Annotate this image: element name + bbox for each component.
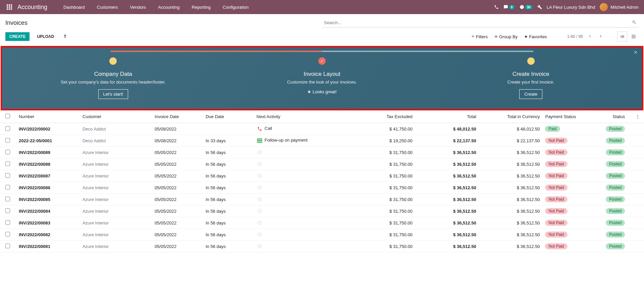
cell-number: INV/2022/00082 bbox=[16, 229, 80, 241]
onboarding-banner: Company Data Set your company's data for… bbox=[2, 47, 642, 109]
row-checkbox[interactable] bbox=[5, 185, 10, 190]
pager-count[interactable]: 1-80 / 95 bbox=[567, 34, 583, 39]
header-invoice-date[interactable]: Invoice Date bbox=[152, 110, 203, 123]
row-checkbox[interactable] bbox=[5, 138, 10, 143]
user-name: Mitchell Admin bbox=[610, 5, 639, 10]
cell-next-activity[interactable] bbox=[254, 205, 352, 217]
lets-start-button[interactable]: Let's start! bbox=[98, 89, 128, 99]
company-selector[interactable]: LA Fleur Luxury Sdn Bhd bbox=[547, 5, 595, 10]
breadcrumb: Invoices bbox=[5, 19, 28, 27]
cell-next-activity[interactable] bbox=[254, 194, 352, 205]
create-invoice-button[interactable]: Create bbox=[519, 89, 542, 99]
cell-due-date: In 56 days bbox=[203, 147, 254, 158]
cell-total: $ 36,512.50 bbox=[415, 194, 479, 205]
header-total-in-currency[interactable]: Total in Currency bbox=[479, 110, 543, 123]
svg-rect-0 bbox=[7, 4, 8, 6]
row-checkbox[interactable] bbox=[5, 220, 10, 225]
chat-icon[interactable]: 8 bbox=[503, 5, 515, 9]
cell-status: Posted bbox=[589, 229, 632, 241]
table-row[interactable]: INV/2022/00085Azure Interior05/05/2022In… bbox=[0, 194, 644, 205]
select-all-checkbox[interactable] bbox=[5, 114, 10, 118]
table-row[interactable]: INV/2022/00082Azure Interior05/05/2022In… bbox=[0, 229, 644, 241]
download-icon[interactable] bbox=[61, 33, 69, 41]
table-row[interactable]: INV/2022/00088Azure Interior05/05/2022In… bbox=[0, 158, 644, 170]
cell-invoice-date: 05/05/2022 bbox=[152, 205, 203, 217]
header-total[interactable]: Total bbox=[415, 110, 479, 123]
table-row[interactable]: INV/2022/00087Azure Interior05/05/2022In… bbox=[0, 170, 644, 182]
search-input[interactable] bbox=[322, 18, 639, 28]
onboarding-step-company-data: Company Data Set your company's data for… bbox=[10, 57, 216, 99]
cell-number: INV/2022/00086 bbox=[16, 182, 80, 194]
cell-total-in-currency: $ 48,012.50 bbox=[479, 123, 543, 135]
user-menu[interactable]: Mitchell Admin bbox=[600, 3, 639, 11]
table-row[interactable]: 2022-22-05/0001Deco Addict05/08/2022In 3… bbox=[0, 135, 644, 147]
row-checkbox[interactable] bbox=[5, 232, 10, 237]
close-icon[interactable] bbox=[633, 50, 638, 56]
phone-icon[interactable] bbox=[494, 5, 499, 9]
looks-great-text[interactable]: ★ Looks great! bbox=[219, 89, 425, 94]
cell-next-activity[interactable] bbox=[254, 170, 352, 182]
row-checkbox[interactable] bbox=[5, 244, 10, 248]
main-menu: DashboardCustomersVendorsAccountingRepor… bbox=[57, 0, 255, 14]
cell-status: Posted bbox=[589, 194, 632, 205]
list-view-icon[interactable] bbox=[617, 32, 627, 42]
cell-due-date: In 56 days bbox=[203, 170, 254, 182]
pager-prev-icon[interactable] bbox=[586, 33, 594, 40]
step-title: Company Data bbox=[10, 71, 216, 78]
header-due-date[interactable]: Due Date bbox=[203, 110, 254, 123]
cell-next-activity[interactable]: Call bbox=[254, 123, 352, 135]
create-button[interactable]: CREATE bbox=[5, 32, 30, 41]
upload-button[interactable]: UPLOAD bbox=[33, 32, 58, 41]
menu-item-configuration[interactable]: Configuration bbox=[217, 0, 255, 14]
cell-total: $ 22,137.50 bbox=[415, 135, 479, 147]
cell-next-activity[interactable] bbox=[254, 182, 352, 194]
app-brand[interactable]: Accounting bbox=[17, 4, 47, 11]
menu-item-dashboard[interactable]: Dashboard bbox=[57, 0, 91, 14]
kanban-view-icon[interactable] bbox=[629, 32, 639, 42]
pager-next-icon[interactable] bbox=[597, 33, 604, 40]
menu-item-customers[interactable]: Customers bbox=[91, 0, 124, 14]
table-row[interactable]: INV/2022/00084Azure Interior05/05/2022In… bbox=[0, 205, 644, 217]
menu-item-vendors[interactable]: Vendors bbox=[124, 0, 152, 14]
cell-total: $ 36,512.50 bbox=[415, 217, 479, 229]
row-checkbox[interactable] bbox=[5, 126, 10, 131]
favorites-menu[interactable]: Favorites bbox=[524, 34, 547, 39]
table-row[interactable]: INV/2022/00089Azure Interior05/05/2022In… bbox=[0, 147, 644, 158]
search-icon[interactable] bbox=[632, 20, 637, 26]
cell-total: $ 36,512.50 bbox=[415, 147, 479, 158]
row-checkbox[interactable] bbox=[5, 208, 10, 213]
header-payment-status[interactable]: Payment Status bbox=[542, 110, 589, 123]
header-tax-excluded[interactable]: Tax Excluded bbox=[352, 110, 415, 123]
row-checkbox[interactable] bbox=[5, 150, 10, 154]
activities-icon[interactable]: 30 bbox=[520, 5, 533, 9]
cell-next-activity[interactable]: Follow-up on payment bbox=[254, 135, 352, 147]
cell-payment-status: Not Paid bbox=[542, 170, 589, 182]
row-checkbox[interactable] bbox=[5, 161, 10, 166]
header-optional-columns[interactable]: ⋮ bbox=[632, 110, 644, 123]
debug-icon[interactable] bbox=[537, 5, 542, 9]
cell-next-activity[interactable] bbox=[254, 229, 352, 241]
cell-next-activity[interactable] bbox=[254, 147, 352, 158]
menu-item-accounting[interactable]: Accounting bbox=[152, 0, 185, 14]
header-customer[interactable]: Customer bbox=[80, 110, 152, 123]
cell-customer: Azure Interior bbox=[80, 205, 152, 217]
row-checkbox[interactable] bbox=[5, 173, 10, 178]
cell-next-activity[interactable] bbox=[254, 241, 352, 252]
table-row[interactable]: INV/2022/00083Azure Interior05/05/2022In… bbox=[0, 217, 644, 229]
header-status[interactable]: Status bbox=[589, 110, 632, 123]
filters-menu[interactable]: Filters bbox=[471, 34, 488, 39]
groupby-menu[interactable]: Group By bbox=[494, 34, 518, 39]
table-row[interactable]: INV/2022/00086Azure Interior05/05/2022In… bbox=[0, 182, 644, 194]
table-row[interactable]: INV/2022/00002Deco Addict05/08/2022Call$… bbox=[0, 123, 644, 135]
row-checkbox[interactable] bbox=[5, 197, 10, 201]
cell-total-in-currency: $ 22,137.50 bbox=[479, 135, 543, 147]
navbar-right: 8 30 LA Fleur Luxury Sdn Bhd Mitchell Ad… bbox=[494, 3, 639, 11]
apps-icon[interactable] bbox=[5, 3, 13, 11]
header-number[interactable]: Number bbox=[16, 110, 80, 123]
table-row[interactable]: INV/2022/00081Azure Interior05/05/2022In… bbox=[0, 241, 644, 252]
cell-next-activity[interactable] bbox=[254, 158, 352, 170]
cell-next-activity[interactable] bbox=[254, 217, 352, 229]
header-next-activity[interactable]: Next Activity bbox=[254, 110, 352, 123]
menu-item-reporting[interactable]: Reporting bbox=[186, 0, 217, 14]
cell-total-in-currency: $ 36,512.50 bbox=[479, 241, 543, 252]
